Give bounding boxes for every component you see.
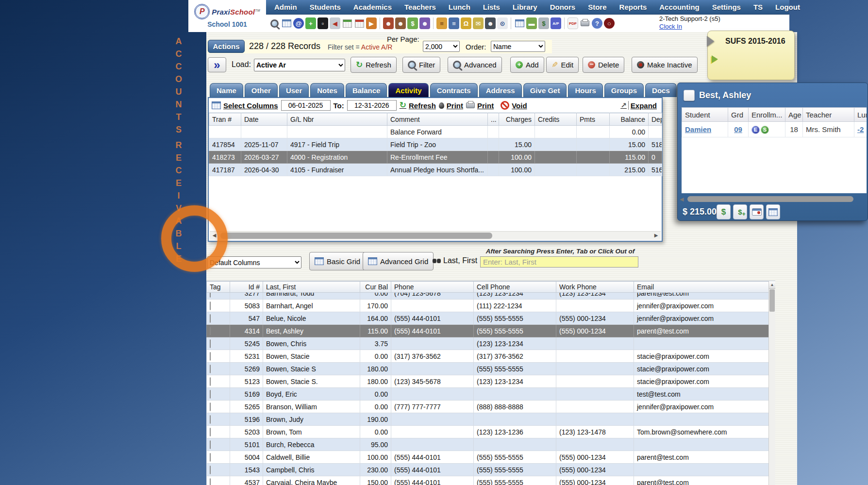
tab-other[interactable]: Other [245, 83, 278, 97]
sms-icon[interactable]: + [305, 17, 316, 29]
student-panel-checkbox[interactable] [684, 90, 695, 101]
make-inactive-button[interactable]: Make Inactive [632, 57, 698, 73]
per-page-select[interactable]: 2,000 [423, 41, 460, 52]
tag-checkbox[interactable] [210, 390, 211, 399]
nav-item-reports[interactable]: Reports [613, 0, 653, 15]
transaction-row[interactable]: Balance Forward0.00 [209, 126, 662, 138]
tab-address[interactable]: Address [479, 83, 522, 97]
tab-name[interactable]: Name [210, 83, 243, 97]
select-columns-link[interactable]: Select Columns [212, 101, 278, 110]
advanced-grid-button[interactable]: Advanced Grid [363, 252, 434, 270]
tag-checkbox[interactable] [210, 478, 211, 485]
tab-hours[interactable]: Hours [568, 83, 602, 97]
date-from-input[interactable] [281, 100, 331, 111]
expand-link[interactable]: ↗Expand [620, 101, 657, 110]
contacts-grid-icon[interactable] [281, 17, 292, 29]
tab-user[interactable]: User [279, 83, 309, 97]
ap-icon[interactable]: A/P [551, 17, 561, 29]
nav-item-teachers[interactable]: Teachers [398, 0, 442, 15]
student-icon[interactable]: ☻ [395, 17, 406, 29]
grid-col-tag[interactable]: Tag [207, 282, 230, 293]
grid-col-lastfirst[interactable]: Last, First [263, 282, 360, 293]
print-card-icon[interactable]: $ [538, 17, 549, 29]
family-row[interactable]: 5083Barnhart, Angel170.00(111) 222-1234j… [207, 300, 769, 312]
activity-refresh-link[interactable]: ↻Refresh [400, 101, 436, 110]
student-grade-link[interactable]: 09 [734, 125, 742, 134]
tab-groups[interactable]: Groups [604, 83, 644, 97]
delete-button[interactable]: −Delete [583, 57, 624, 73]
tab-notes[interactable]: Notes [310, 83, 344, 97]
tag-checkbox[interactable] [210, 293, 211, 298]
nav-item-store[interactable]: Store [582, 0, 613, 15]
tag-checkbox[interactable] [210, 453, 211, 462]
transactions-col-glnbr[interactable]: G/L Nbr [287, 113, 387, 126]
nav-item-settings[interactable]: Settings [706, 0, 747, 15]
scrollbar-thumb[interactable] [220, 233, 492, 239]
family-row[interactable]: 5245Bowen, Chris3.75(123) 123-1234 [207, 337, 769, 350]
enrollment-badge-e-icon[interactable]: E [751, 126, 760, 134]
time-clock-icon[interactable]: ⊙ [497, 17, 508, 29]
transactions-col-tran[interactable]: Tran # [209, 113, 241, 126]
family-row[interactable]: 5004Caldwell, Billie100.00(555) 444-0101… [207, 451, 769, 464]
send-message-icon[interactable]: ✉ [473, 17, 484, 29]
columns-preset-select[interactable]: Default Columns [207, 256, 301, 268]
scroll-up-arrow[interactable]: ▲ [769, 281, 775, 289]
enrollment-badge-s-icon[interactable]: S [761, 126, 769, 134]
transactions-col-dep[interactable]: Dep [649, 113, 662, 126]
student-col-grd[interactable]: Grd [728, 108, 749, 122]
transactions-col-date[interactable]: Date [241, 113, 287, 126]
transaction-row[interactable]: 4178542025-11-074917 - Field TripField T… [209, 138, 662, 151]
voice-call-icon[interactable]: ◀ [330, 17, 340, 29]
calendar-red-icon[interactable] [354, 17, 365, 29]
grid-col-id[interactable]: Id # [230, 282, 263, 293]
date-to-input[interactable] [347, 100, 397, 111]
transactions-col-balance[interactable]: Balance [610, 113, 649, 126]
calendar-green-icon[interactable] [342, 17, 352, 29]
nav-item-admin[interactable]: Admin [268, 0, 303, 15]
student-col-teacher[interactable]: Teacher [803, 108, 854, 122]
grid-col-workphone[interactable]: Work Phone [556, 282, 634, 293]
spreadsheet-icon[interactable] [514, 17, 525, 29]
print-link[interactable]: Print [466, 101, 494, 110]
load-select[interactable]: Active Ar [254, 59, 345, 71]
tab-activity[interactable]: Activity [388, 83, 428, 97]
sufs-collapse-arrow-icon[interactable] [707, 36, 714, 47]
student-row[interactable]: Damien09ES18Mrs. Smith-2 [682, 122, 867, 137]
family-row[interactable]: 5196Brown, Judy190.00 [207, 413, 769, 426]
tag-checkbox[interactable] [210, 466, 211, 474]
grid-vertical-scrollbar[interactable]: ▲ [768, 281, 775, 485]
scroll-left-arrow[interactable]: ◀ [680, 196, 684, 202]
tag-checkbox[interactable] [210, 440, 211, 449]
tab-balance[interactable]: Balance [346, 83, 387, 97]
card-payment-button[interactable] [750, 204, 764, 219]
nav-item-donors[interactable]: Donors [544, 0, 582, 15]
scroll-left-arrow[interactable]: ◀ [211, 232, 218, 239]
void-link[interactable]: Void [501, 101, 527, 110]
tag-checkbox[interactable] [210, 402, 211, 411]
grid-col-phone[interactable]: Phone [391, 282, 474, 293]
pdf-icon[interactable]: PDF [568, 17, 578, 29]
tab-give-get[interactable]: Give Get [523, 83, 567, 97]
sufs-forward-icon[interactable] [712, 55, 718, 63]
grid-col-cellphone[interactable]: Cell Phone [474, 282, 556, 293]
nav-item-logout[interactable]: Logout [769, 0, 806, 15]
tag-checkbox[interactable] [210, 339, 211, 348]
family-row[interactable]: 3277Barnhardt, Todd0.00(704) 123-5678(12… [207, 293, 769, 300]
announcement-icon[interactable]: ▶ [366, 17, 377, 29]
mobile-phone-icon[interactable]: ▫ [317, 17, 328, 29]
family-row[interactable]: 5269Bowen, Stacie S180.00(555) 555-5555s… [207, 363, 769, 375]
search-icon[interactable] [269, 17, 280, 29]
tag-checkbox[interactable] [210, 301, 211, 310]
binder-icon[interactable]: ≡ [449, 17, 459, 29]
payment-ticket-icon[interactable]: $ [407, 17, 418, 29]
transactions-col-pmts[interactable]: Pmts [577, 113, 610, 126]
transactions-col-dots[interactable]: ... [488, 113, 499, 126]
student-col-enrollm[interactable]: Enrollm... [749, 108, 785, 122]
transaction-row[interactable]: 4182732026-03-274000 - RegistrationRe-En… [209, 151, 662, 164]
clock-in-link[interactable]: Clock In [659, 23, 682, 30]
nav-item-academics[interactable]: Academics [347, 0, 398, 15]
transactions-col-credits[interactable]: Credits [535, 113, 577, 126]
actions-button[interactable]: Actions [208, 40, 245, 53]
transactions-col-comment[interactable]: Comment [387, 113, 488, 126]
add-button[interactable]: +Add [510, 57, 544, 73]
